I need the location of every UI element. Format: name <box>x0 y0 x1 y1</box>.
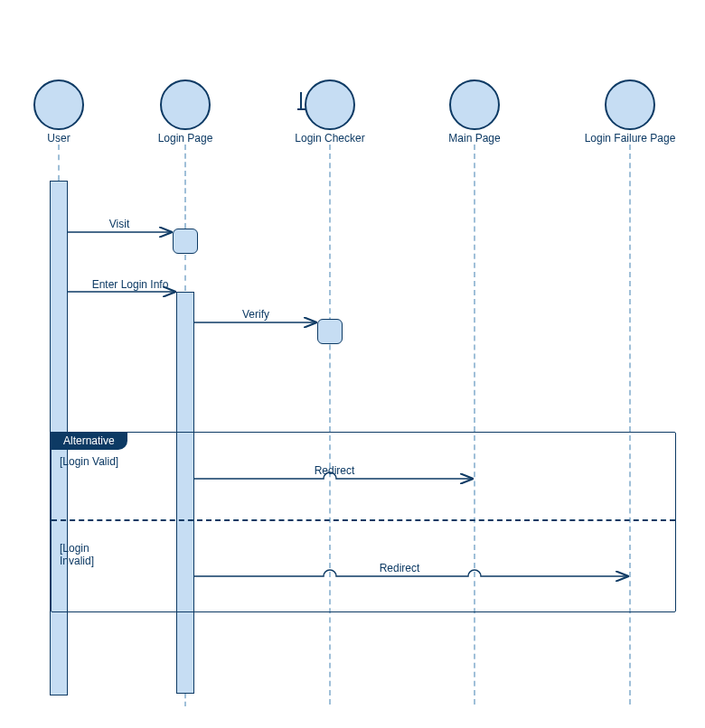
actor-main-page <box>449 79 500 130</box>
lifeline-user <box>58 145 60 181</box>
msg-redirect-valid: Redirect <box>315 464 355 477</box>
lifeline-login-checker <box>329 145 331 705</box>
guard-invalid: [Login Invalid] <box>60 542 94 568</box>
actor-login-failure-page-label: Login Failure Page <box>585 132 676 145</box>
actor-user <box>33 79 84 130</box>
login-checker-tick <box>300 92 302 110</box>
actor-login-checker <box>305 79 355 130</box>
alt-fragment <box>51 432 676 612</box>
lifeline-login-failure-page <box>629 145 631 705</box>
alt-fragment-title: Alternative <box>51 432 127 450</box>
activation-login-checker <box>317 319 343 344</box>
guard-valid: [Login Valid] <box>60 455 118 468</box>
alt-divider <box>52 519 675 521</box>
msg-visit: Visit <box>109 218 129 230</box>
lifeline-login-page-mid <box>184 255 186 291</box>
actor-login-checker-label: Login Checker <box>295 132 364 145</box>
actor-login-page <box>160 79 211 130</box>
guard-invalid-line1: [Login <box>60 542 89 555</box>
lifeline-login-page-top <box>184 145 186 229</box>
guard-invalid-line2: Invalid] <box>60 555 94 567</box>
msg-redirect-invalid: Redirect <box>380 562 420 574</box>
actor-user-label: User <box>47 132 70 145</box>
actor-login-failure-page <box>605 79 655 130</box>
actor-main-page-label: Main Page <box>448 132 500 145</box>
actor-login-page-label: Login Page <box>158 132 213 145</box>
msg-verify: Verify <box>242 308 269 321</box>
lifeline-login-page-bot <box>184 694 186 706</box>
msg-enter-login-info: Enter Login Info <box>92 278 169 291</box>
activation-login-page-visit <box>173 229 198 254</box>
lifeline-main-page <box>474 145 475 705</box>
